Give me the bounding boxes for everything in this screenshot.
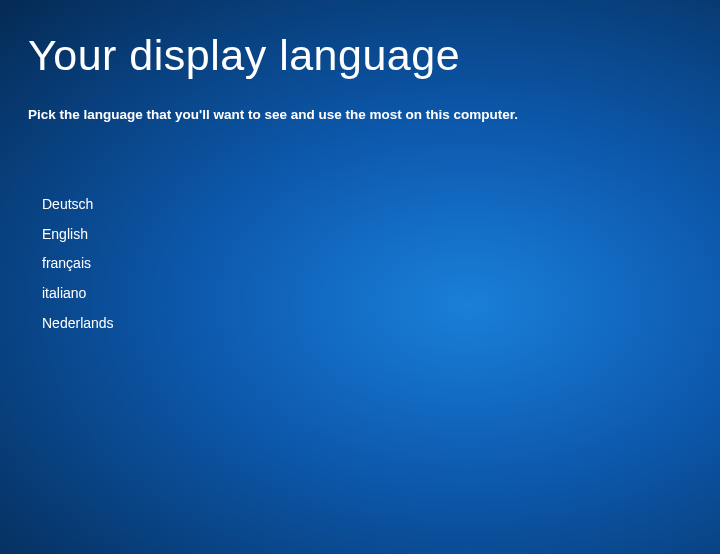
setup-screen: Your display language Pick the language … xyxy=(0,0,720,370)
language-list: Deutsch English français italiano Nederl… xyxy=(28,190,692,338)
language-option-deutsch[interactable]: Deutsch xyxy=(42,190,692,220)
language-option-nederlands[interactable]: Nederlands xyxy=(42,309,692,339)
page-subtitle: Pick the language that you'll want to se… xyxy=(28,107,692,122)
page-title: Your display language xyxy=(28,32,692,79)
language-option-italiano[interactable]: italiano xyxy=(42,279,692,309)
language-option-english[interactable]: English xyxy=(42,220,692,250)
language-option-francais[interactable]: français xyxy=(42,249,692,279)
